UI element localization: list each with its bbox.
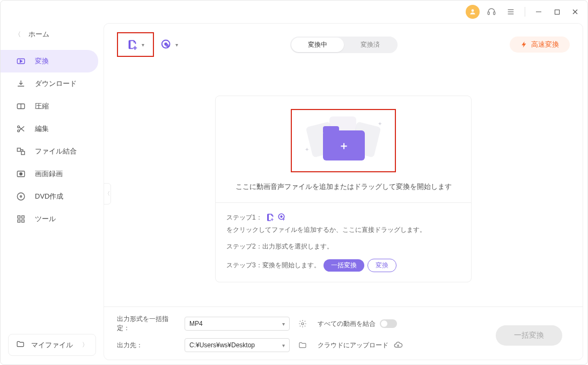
home-label: ホーム: [28, 30, 49, 39]
sidebar-item-label: 画面録画: [35, 169, 63, 179]
bottom-bar: 出力形式を一括指定： MP4 ▾ すべての動画を結合 出力先： C:¥Users…: [104, 306, 583, 360]
add-disc-button[interactable]: ▾: [160, 39, 178, 50]
home-link[interactable]: 〈 ホーム: [1, 25, 104, 43]
fast-convert-button[interactable]: 高速変換: [510, 36, 570, 53]
sidebar-item-label: 圧縮: [35, 101, 49, 111]
merge-toggle[interactable]: [380, 319, 397, 328]
svg-rect-7: [555, 10, 559, 14]
add-disc-icon: [277, 213, 287, 222]
compress-icon: [16, 101, 26, 112]
sidebar-item-edit[interactable]: 編集: [1, 118, 98, 140]
chevron-down-icon: ▾: [282, 342, 285, 348]
sidebar-item-label: DVD作成: [35, 192, 63, 201]
svg-point-32: [302, 323, 304, 325]
titlebar: [1, 1, 587, 23]
cloud-icon[interactable]: [393, 340, 403, 350]
user-avatar-icon[interactable]: [466, 5, 480, 19]
folder-plus-icon: ＋: [323, 130, 365, 160]
svg-rect-19: [21, 151, 25, 155]
scissors-icon: [16, 123, 26, 134]
convert-status-tabs: 変換中 変換済: [290, 36, 398, 53]
window-close-button[interactable]: [568, 5, 582, 19]
sidebar-item-compress[interactable]: 圧縮: [1, 95, 98, 118]
merge-icon: [16, 146, 26, 157]
svg-point-23: [20, 196, 22, 198]
svg-rect-2: [494, 12, 495, 14]
svg-rect-27: [22, 220, 25, 223]
toolbar: ▾ ▾ 変換中 変換済 高速変換: [104, 24, 583, 63]
merge-label: すべての動画を結合: [318, 319, 376, 328]
chevron-left-icon: 〈: [14, 30, 21, 39]
add-file-button[interactable]: ▾: [117, 32, 154, 57]
sidebar-item-download[interactable]: ダウンロード: [1, 72, 98, 95]
step-2: ステップ2：出力形式を選択します。: [226, 242, 460, 251]
steps-panel: ステップ1： をクリックしてファイルを追加するか、ここに直接ドラッグします。 ス…: [216, 202, 471, 282]
folder-icon: [16, 340, 25, 350]
sidebar-item-merge[interactable]: ファイル結合: [1, 140, 98, 163]
tools-icon: [16, 214, 26, 224]
convert-icon: [16, 56, 26, 67]
convert-chip[interactable]: 変換: [367, 259, 396, 272]
svg-line-16: [19, 127, 24, 132]
fast-convert-label: 高速変換: [531, 40, 559, 49]
sidebar-item-label: 変換: [35, 56, 49, 66]
my-files-button[interactable]: マイファイル 〉: [8, 334, 96, 356]
add-file-icon: [266, 213, 275, 222]
sidebar-collapse-handle[interactable]: 〈: [104, 183, 111, 205]
sidebar-item-label: ツール: [35, 214, 56, 224]
window-minimize-button[interactable]: [532, 5, 546, 19]
format-settings-icon[interactable]: [297, 319, 308, 328]
chevron-right-icon: 〉: [82, 341, 88, 349]
sidebar: 〈 ホーム 変換 ダウンロード 圧縮 編集 ファイル結合 画面録画: [1, 23, 104, 364]
content-panel: ▾ ▾ 変換中 変換済 高速変換: [104, 23, 583, 360]
drop-instruction-text: ここに動画音声ファイルを追加またはドラッグして変換を開始します: [226, 182, 460, 192]
my-files-label: マイファイル: [31, 340, 73, 350]
open-folder-icon[interactable]: [297, 341, 308, 349]
drop-card: ＋ ✦ ✦ ここに動画音声ファイルを追加またはドラッグして変換を開始します ステ…: [215, 96, 472, 282]
svg-rect-24: [18, 216, 20, 218]
sidebar-item-convert[interactable]: 変換: [1, 50, 98, 72]
tab-converted[interactable]: 変換済: [344, 38, 396, 52]
svg-rect-26: [18, 220, 20, 223]
sidebar-item-label: 編集: [35, 124, 49, 134]
svg-rect-1: [488, 12, 489, 14]
step-3: ステップ3：変換を開始します。 一括変換 変換: [226, 259, 460, 272]
add-files-dropzone[interactable]: ＋ ✦ ✦: [291, 109, 396, 172]
record-icon: [16, 169, 26, 179]
svg-rect-25: [22, 216, 25, 218]
step-1: ステップ1： をクリックしてファイルを追加するか、ここに直接ドラッグします。: [226, 213, 460, 235]
svg-line-17: [19, 127, 24, 131]
svg-point-29: [165, 43, 167, 45]
cloud-upload-label: クラウドにアップロード: [318, 341, 388, 350]
svg-point-21: [20, 173, 23, 176]
svg-rect-18: [17, 148, 20, 151]
batch-convert-chip[interactable]: 一括変換: [324, 259, 364, 272]
support-icon[interactable]: [484, 4, 499, 19]
sidebar-item-dvd[interactable]: DVD作成: [1, 185, 98, 208]
tab-converting[interactable]: 変換中: [291, 38, 344, 52]
svg-point-0: [472, 9, 474, 12]
sidebar-item-label: ファイル結合: [35, 147, 77, 156]
lightning-icon: [520, 41, 528, 48]
output-format-select[interactable]: MP4 ▾: [185, 317, 290, 331]
menu-icon[interactable]: [503, 4, 518, 19]
svg-point-31: [281, 216, 282, 217]
chevron-down-icon: ▾: [282, 321, 285, 327]
drop-area: ＋ ✦ ✦ ここに動画音声ファイルを追加またはドラッグして変換を開始します ステ…: [104, 63, 583, 306]
batch-convert-button[interactable]: 一括変換: [496, 325, 562, 346]
sidebar-item-label: ダウンロード: [35, 79, 77, 89]
chevron-down-icon: ▾: [175, 42, 178, 48]
disc-icon: [16, 191, 26, 202]
add-file-icon: [127, 39, 138, 50]
output-dest-select[interactable]: C:¥Users¥ws¥Desktop ▾: [185, 338, 290, 352]
chevron-down-icon: ▾: [142, 42, 144, 48]
window-maximize-button[interactable]: [550, 5, 564, 19]
add-disc-icon: [160, 39, 172, 50]
svg-marker-11: [20, 60, 23, 63]
svg-point-22: [17, 193, 25, 200]
sidebar-item-record[interactable]: 画面録画: [1, 163, 98, 185]
output-format-label: 出力形式を一括指定：: [117, 315, 177, 333]
download-icon: [16, 78, 26, 89]
output-dest-label: 出力先：: [117, 341, 177, 350]
sidebar-item-tools[interactable]: ツール: [1, 208, 98, 230]
